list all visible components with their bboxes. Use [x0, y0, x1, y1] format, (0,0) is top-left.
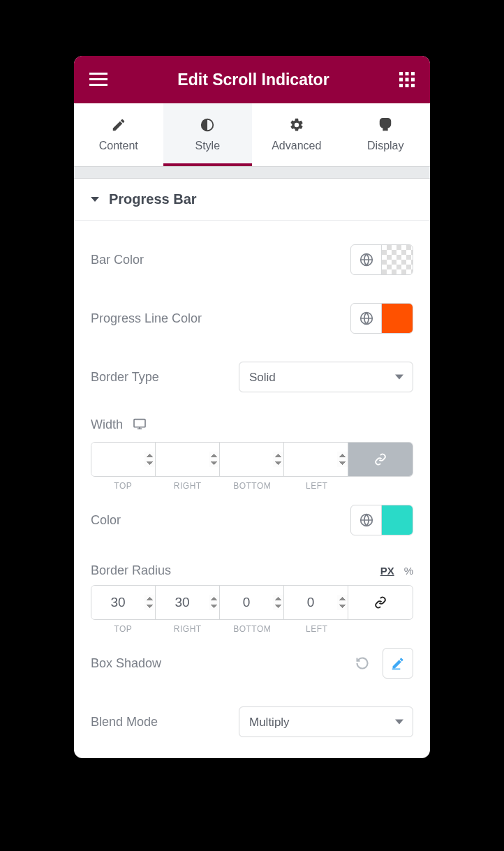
- unit-px[interactable]: PX: [380, 565, 394, 577]
- border-radius-inputs: [91, 585, 413, 620]
- unit-percent[interactable]: %: [404, 565, 413, 577]
- label-blend-mode: Blend Mode: [91, 715, 158, 730]
- tab-label: Style: [195, 140, 220, 152]
- divider: [74, 166, 430, 179]
- svg-rect-16: [134, 419, 145, 427]
- blend-mode-select: Multiply: [239, 706, 413, 737]
- controls: Bar Color Progress Line Color Border Typ…: [74, 221, 430, 758]
- border-type-dropdown[interactable]: Solid: [239, 362, 413, 392]
- svg-rect-18: [392, 669, 401, 670]
- border-radius-units: PX %: [380, 565, 413, 577]
- color-swatch[interactable]: [382, 245, 413, 274]
- row-width-label: Width: [91, 406, 413, 432]
- section-title: Progress Bar: [109, 191, 197, 207]
- color-swatch[interactable]: [382, 304, 413, 333]
- label-progress-line-color: Progress Line Color: [91, 311, 202, 326]
- row-blend-mode: Blend Mode Multiply: [91, 693, 413, 741]
- row-border-type: Border Type Solid: [91, 348, 413, 406]
- svg-rect-11: [411, 84, 415, 87]
- label-bar-color: Bar Color: [91, 253, 144, 267]
- section-header[interactable]: Progress Bar: [74, 179, 430, 221]
- tab-display[interactable]: Display: [341, 103, 431, 166]
- bar-color-control: [350, 244, 413, 275]
- editor-panel: Edit Scroll Indicator Content Style Adva…: [74, 56, 430, 758]
- row-box-shadow: Box Shadow: [91, 634, 413, 693]
- link-icon[interactable]: [348, 443, 413, 476]
- box-shadow-controls: [349, 648, 413, 679]
- tab-style[interactable]: Style: [163, 103, 253, 166]
- globe-icon[interactable]: [351, 304, 382, 333]
- menu-icon[interactable]: [89, 73, 108, 87]
- label-border-type: Border Type: [91, 370, 159, 385]
- svg-rect-0: [89, 73, 108, 75]
- width-side-labels: TOP RIGHT BOTTOM LEFT: [91, 481, 413, 491]
- width-right-input[interactable]: [156, 443, 220, 476]
- label-box-shadow: Box Shadow: [91, 656, 161, 671]
- width-left-input[interactable]: [284, 443, 348, 476]
- link-icon[interactable]: [348, 586, 413, 619]
- svg-rect-6: [399, 78, 403, 82]
- panel-title: Edit Scroll Indicator: [108, 71, 399, 89]
- svg-rect-1: [89, 78, 108, 80]
- radius-right-input[interactable]: [156, 586, 220, 619]
- label-width: Width: [91, 417, 123, 432]
- globe-icon[interactable]: [351, 505, 382, 535]
- label-border-radius: Border Radius: [91, 563, 171, 578]
- svg-rect-2: [89, 84, 108, 86]
- tabs: Content Style Advanced Display: [74, 103, 430, 166]
- panel-header: Edit Scroll Indicator: [74, 56, 430, 103]
- tab-advanced[interactable]: Advanced: [252, 103, 341, 166]
- svg-point-13: [387, 122, 388, 124]
- blend-mode-dropdown[interactable]: Multiply: [239, 706, 413, 737]
- progress-line-color-control: [350, 303, 413, 334]
- color-control: [350, 505, 413, 535]
- tab-label: Display: [367, 140, 403, 152]
- svg-rect-7: [406, 78, 409, 82]
- responsive-icon[interactable]: [133, 418, 147, 432]
- tab-label: Content: [99, 140, 138, 152]
- svg-rect-10: [406, 84, 409, 87]
- row-color: Color: [91, 491, 413, 549]
- width-top-input[interactable]: [91, 443, 156, 476]
- svg-rect-5: [411, 72, 415, 75]
- radius-left-input[interactable]: [284, 586, 348, 619]
- radius-bottom-input[interactable]: [220, 586, 284, 619]
- row-progress-line-color: Progress Line Color: [91, 289, 413, 348]
- label-color: Color: [91, 513, 121, 528]
- color-swatch[interactable]: [382, 505, 413, 535]
- apps-icon[interactable]: [399, 72, 415, 87]
- radius-side-labels: TOP RIGHT BOTTOM LEFT: [91, 624, 413, 634]
- width-inputs: [91, 442, 413, 477]
- row-bar-color: Bar Color: [91, 230, 413, 289]
- reset-icon[interactable]: [349, 650, 376, 676]
- border-type-select: Solid: [239, 362, 413, 392]
- svg-rect-3: [399, 72, 403, 75]
- svg-rect-4: [406, 72, 409, 75]
- svg-rect-9: [399, 84, 403, 87]
- caret-down-icon: [91, 197, 99, 202]
- width-bottom-input[interactable]: [220, 443, 284, 476]
- radius-top-input[interactable]: [91, 586, 156, 619]
- svg-point-12: [383, 122, 385, 124]
- tab-label: Advanced: [272, 140, 321, 152]
- edit-icon[interactable]: [383, 648, 413, 679]
- svg-rect-8: [411, 78, 415, 82]
- row-border-radius-label: Border Radius PX %: [91, 549, 413, 582]
- tab-content[interactable]: Content: [74, 103, 163, 166]
- globe-icon[interactable]: [351, 245, 382, 274]
